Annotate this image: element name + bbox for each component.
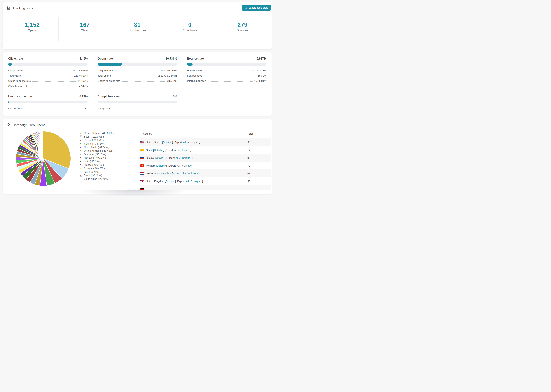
country-name: United States <box>146 141 162 144</box>
details-link[interactable]: Details › <box>155 156 165 159</box>
detail-label: Unsubscribes <box>8 107 24 110</box>
rate-detail-row: Click through rate4.147% <box>8 84 88 87</box>
export-all-link[interactable]: All › <box>176 156 180 159</box>
rate-title: Opens rate <box>98 57 113 60</box>
export-all-link[interactable]: All › <box>183 141 188 144</box>
legend-item-south-africa: South Africa ( 29 / 2% ) <box>80 177 114 181</box>
flag-gb-icon <box>141 180 144 182</box>
country-cell: Vietnam [Details ›] [Export: All › / Uni… <box>146 164 194 167</box>
rate-detail-row: Soft bounces18 / 0% <box>187 74 266 77</box>
detail-value: 14.497% <box>78 79 88 82</box>
table-row-united-states: United States [Details ›] [Export: All ›… <box>140 138 271 146</box>
table-row-vietnam: Vietnam [Details ›] [Export: All › / Uni… <box>140 162 271 170</box>
summary-stat-opens: 1,152Opens <box>6 17 58 41</box>
dotted-leader <box>22 76 72 77</box>
export-unique-link[interactable]: Unique › <box>192 180 202 183</box>
rate-title: Bounce rate <box>187 57 204 60</box>
legend-item-united-kingdom: United Kingdom ( 59 / 3% ) <box>80 149 114 153</box>
detail-value: 220 / 5.87% <box>74 74 88 77</box>
details-link[interactable]: Details › <box>166 180 175 183</box>
rate-progress-bar <box>98 101 177 104</box>
export-all-link[interactable]: All › <box>182 172 186 175</box>
details-link[interactable]: Details › <box>163 141 172 144</box>
export-all-link[interactable]: All › <box>186 180 190 183</box>
rate-block-complaints-rate: Complaints rate0%Complaints0 <box>98 95 177 110</box>
rate-progress-fill <box>8 63 12 65</box>
export-button-label: Export basic stats <box>249 6 268 9</box>
legend-label: Russia ( 86 / 5% ) <box>84 139 104 141</box>
export-all-link[interactable]: All › <box>177 164 182 167</box>
dotted-leader <box>32 81 76 82</box>
legend-label: South Africa ( 29 / 2% ) <box>84 177 109 180</box>
legend-item-canada: Canada ( 40 / 2% ) <box>80 167 114 170</box>
legend-swatch <box>80 178 82 180</box>
summary-stat-complaints: 0Complaints <box>164 17 216 41</box>
legend-swatch <box>80 136 82 138</box>
export-unique-link[interactable]: Unique › <box>182 156 192 159</box>
stat-value: 0 <box>188 21 191 28</box>
stat-label: Bounces <box>237 29 248 32</box>
legend-swatch <box>80 146 82 148</box>
detail-value: 4.147% <box>79 84 88 87</box>
rate-title: Complaints rate <box>98 95 120 98</box>
table-row-netherlands: Netherlands [Details ›] [Export: All › /… <box>140 169 271 177</box>
summary-stat-clicks: 167Clicks <box>58 17 111 41</box>
rate-value: 30.736% <box>166 57 177 60</box>
tracking-stats-card: Tracking stats Export basic stats 1,152O… <box>3 2 272 49</box>
export-unique-link[interactable]: Unique › <box>181 149 191 152</box>
total-value: 59 <box>247 180 250 183</box>
detail-value: 167 / 4.456% <box>72 69 88 72</box>
legend-swatch <box>80 175 82 176</box>
legend-label: Vietnam ( 79 / 5% ) <box>84 142 105 145</box>
legend-item-russia: Russia ( 86 / 5% ) <box>80 138 114 142</box>
legend-label: India ( 46 / 3% ) <box>84 160 101 163</box>
export-basic-stats-button[interactable]: Export basic stats <box>242 5 270 11</box>
legend-swatch <box>80 132 82 134</box>
flag-ru-icon <box>141 156 144 159</box>
legend-label: United States ( 541 / 31% ) <box>84 132 114 134</box>
legend-swatch <box>80 168 82 169</box>
detail-label: Clicks to opens rate <box>8 79 31 82</box>
export-unique-link[interactable]: Unique › <box>184 164 193 167</box>
stat-label: Unsubscribes <box>128 29 146 32</box>
details-link[interactable]: Details › <box>157 164 166 167</box>
dotted-leader <box>25 109 83 109</box>
rate-progress-fill <box>98 63 122 65</box>
table-row-germany <box>140 185 271 189</box>
details-link[interactable]: Details › <box>161 172 171 175</box>
detail-label: Internal bounces <box>187 79 206 82</box>
table-row-spain: Spain [Details ›] [Export: All › / Uniqu… <box>140 146 271 154</box>
rate-detail-row: Opens to clicks rate689.82% <box>98 79 177 82</box>
legend-label: Brazil ( 33 / 2% ) <box>84 174 102 177</box>
export-unique-link[interactable]: Unique › <box>188 172 198 175</box>
column-header-total: Total <box>247 132 253 135</box>
dotted-leader <box>204 76 256 77</box>
stat-label: Complaints <box>183 29 197 32</box>
detail-value: 1,152 / 30.736% <box>158 69 177 72</box>
rate-detail-row: Unsubscribes31 <box>8 107 88 110</box>
rate-progress-fill <box>187 63 192 65</box>
tracking-stats-page: Tracking stats Export basic stats 1,152O… <box>0 0 276 196</box>
legend-swatch <box>80 150 82 152</box>
rates-grid: Clicks rate4.46%Unique clicks167 / 4.456… <box>3 52 272 115</box>
rate-value: 0% <box>173 95 177 98</box>
export-all-link[interactable]: All › <box>174 149 179 152</box>
export-unique-link[interactable]: Unique › <box>190 141 199 144</box>
total-value: 67 <box>247 172 250 175</box>
rate-progress-fill <box>8 101 9 104</box>
rates-card: Clicks rate4.46%Unique clicks167 / 4.456… <box>3 52 272 116</box>
legend-label: France ( 42 / 2% ) <box>84 163 104 166</box>
rate-progress-bar <box>8 101 88 104</box>
country-name: Netherlands <box>146 172 161 175</box>
total-value: 121 <box>247 149 252 152</box>
rate-block-clicks-rate: Clicks rate4.46%Unique clicks167 / 4.456… <box>8 57 88 87</box>
country-name: United Kingdom <box>146 180 165 183</box>
country-cell: United Kingdom [Details ›] [Export: All … <box>146 180 203 183</box>
geo-pie-chart <box>15 130 72 187</box>
pie-legend: United States ( 541 / 31% )Spain ( 121 /… <box>80 131 114 181</box>
country-name: Russia <box>146 156 155 159</box>
stat-value: 279 <box>238 21 247 28</box>
details-link[interactable]: Details › <box>154 149 163 152</box>
flag-us-icon <box>141 141 144 143</box>
rate-detail-row: Clicks to opens rate14.497% <box>8 79 88 82</box>
